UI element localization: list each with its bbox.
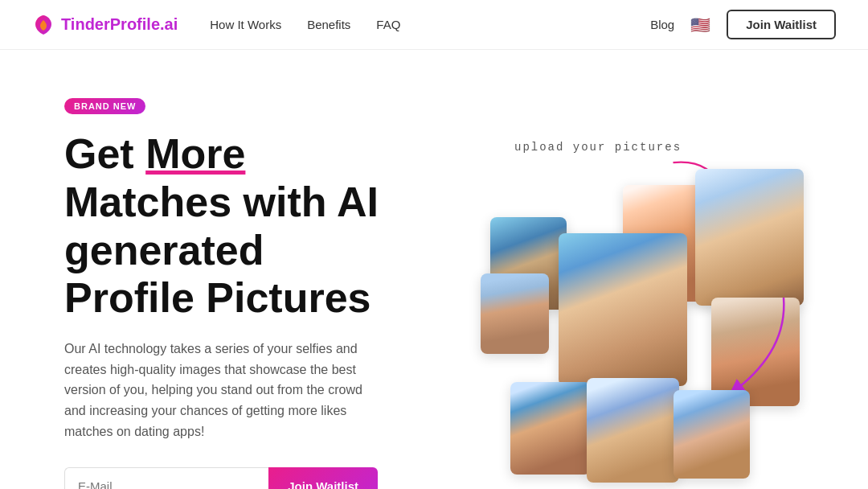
hero-title-line3: generated <box>64 227 264 273</box>
photo-card-ai-4 <box>510 382 591 475</box>
nav-link-how-it-works[interactable]: How It Works <box>210 18 281 31</box>
nav-link-benefits[interactable]: Benefits <box>307 18 350 31</box>
hero-join-waitlist-button[interactable]: Join Waitlist <box>268 467 378 489</box>
nav-right: Blog 🇺🇸 Join Waitlist <box>650 10 836 39</box>
hero-title-more: More <box>145 130 245 177</box>
nav-left: TinderProfile.ai How It Works Benefits F… <box>32 14 400 36</box>
logo-text: TinderProfile.ai <box>61 15 178 34</box>
photo-card-ai-6 <box>674 390 750 479</box>
hero-right-collage: upload your pictures <box>466 141 804 462</box>
flag-icon[interactable]: 🇺🇸 <box>690 15 710 35</box>
brand-new-badge: BRAND NEW <box>64 98 145 114</box>
nav-links: How It Works Benefits FAQ <box>210 18 400 31</box>
hero-title: Get MoreMatches with AIgeneratedProfile … <box>64 130 379 323</box>
hero-section: BRAND NEW Get MoreMatches with AIgenerat… <box>0 50 868 489</box>
logo-icon <box>32 14 55 36</box>
arrow-down-icon <box>723 294 792 398</box>
upload-label: upload your pictures <box>514 141 682 154</box>
nav-link-faq[interactable]: FAQ <box>376 18 400 31</box>
photo-card-ai-2 <box>559 233 687 386</box>
hero-title-line1: Get <box>64 130 145 177</box>
email-cta-row: Join Waitlist <box>64 467 378 489</box>
navbar: TinderProfile.ai How It Works Benefits F… <box>0 0 868 50</box>
hero-title-line2: Matches with AI <box>64 179 379 225</box>
photo-card-ai-3 <box>481 273 549 354</box>
email-input[interactable] <box>64 467 268 489</box>
nav-join-waitlist-button[interactable]: Join Waitlist <box>727 10 836 39</box>
photo-card-ai-5 <box>587 378 679 483</box>
nav-blog-link[interactable]: Blog <box>650 18 674 31</box>
hero-left: BRAND NEW Get MoreMatches with AIgenerat… <box>64 98 379 489</box>
logo[interactable]: TinderProfile.ai <box>32 14 178 36</box>
photo-card-upload-2 <box>695 169 804 306</box>
hero-title-line4: Profile Pictures <box>64 274 371 321</box>
hero-description: Our AI technology takes a series of your… <box>64 339 370 442</box>
